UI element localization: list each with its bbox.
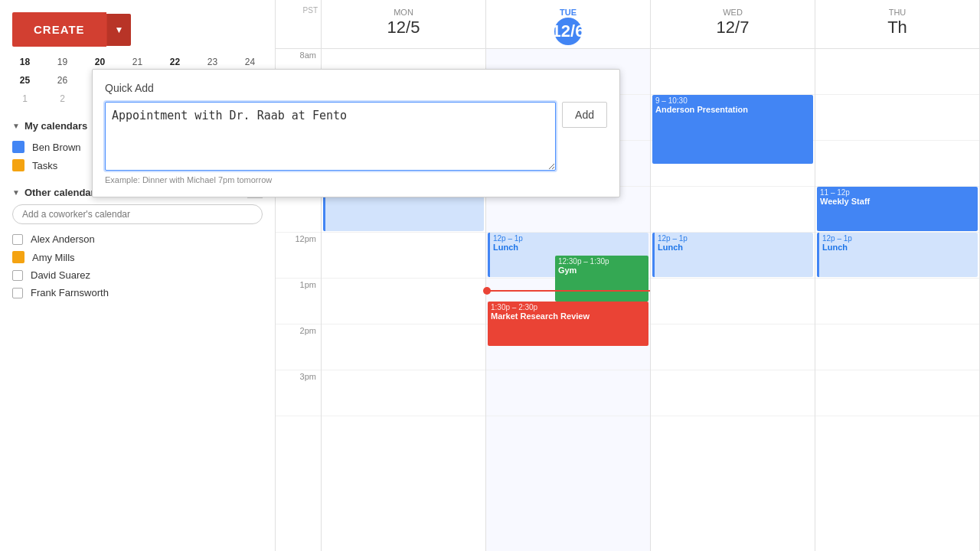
create-area: CREATE ▼ <box>0 0 275 53</box>
frank-farnsworth-label: Frank Farnsworth <box>31 287 109 298</box>
event-time: 12p – 1p <box>493 234 645 243</box>
mini-cal-cell[interactable]: 18 <box>16 53 34 71</box>
hour-14 <box>651 324 815 370</box>
ben-brown-label: Ben Brown <box>32 142 81 153</box>
create-dropdown-button[interactable]: ▼ <box>106 14 132 46</box>
quick-add-textarea[interactable]: Appointment with Dr. Raab at Fento <box>105 102 556 171</box>
quick-add-row: Appointment with Dr. Raab at Fento Add <box>105 102 607 171</box>
other-collapse-icon: ▼ <box>12 188 20 197</box>
hour-10 <box>815 141 979 187</box>
tasks-label: Tasks <box>32 160 57 171</box>
wed-label: WED <box>723 8 743 17</box>
current-time-dot <box>483 287 491 295</box>
header-gutter: PST <box>276 0 322 48</box>
event-time: 12p – 1p <box>658 234 810 243</box>
david-suarez-label: David Suarez <box>31 269 90 281</box>
hour-8 <box>651 49 815 95</box>
mini-cal-cell[interactable]: 1 <box>16 90 34 108</box>
hour-15 <box>815 370 979 416</box>
hour-15 <box>322 370 485 416</box>
hour-11 <box>651 187 815 233</box>
event-weekly-staff[interactable]: 11 – 12p Weekly Staff <box>817 187 978 231</box>
time-3pm: 3pm <box>276 370 321 416</box>
event-title: Gym <box>558 266 645 275</box>
hour-13 <box>815 279 979 324</box>
mini-cal-cell[interactable]: 2 <box>54 90 72 108</box>
hour-8 <box>815 49 979 95</box>
tasks-color <box>12 159 24 171</box>
quick-add-example: Example: Dinner with Michael 7pm tomorro… <box>105 175 607 184</box>
hour-13 <box>651 279 815 324</box>
calendar-item-alex-anderson[interactable]: Alex Anderson <box>12 230 263 248</box>
event-time: 12p – 1p <box>822 234 975 243</box>
quick-add-add-button[interactable]: Add <box>562 102 607 128</box>
other-calendars-title: ▼ Other calendars <box>12 187 100 198</box>
alex-anderson-label: Alex Anderson <box>31 233 95 245</box>
hour-12 <box>322 233 485 279</box>
mini-cal-cell[interactable]: 25 <box>16 71 34 90</box>
my-calendars-title: ▼ My calendars <box>12 120 87 132</box>
time-2pm: 2pm <box>276 324 321 370</box>
time-1pm: 1pm <box>276 279 321 324</box>
event-time: 1:30p – 2:30p <box>491 303 645 311</box>
other-calendars-section: ▼ Other calendars ▼ Alex Anderson Amy Mi… <box>0 181 275 308</box>
day-col-wed[interactable]: 9 – 10:30 Anderson Presentation 12p – 1p… <box>651 49 815 551</box>
mon-label: MON <box>394 8 413 17</box>
calendar-item-amy-mills[interactable]: Amy Mills <box>12 248 263 266</box>
calendar-header: PST MON 12/5 TUE 12/6 WED 12/7 THU Th <box>276 0 980 49</box>
frank-farnsworth-checkbox[interactable] <box>12 288 23 298</box>
event-lunch-thu[interactable]: 12p – 1p Lunch <box>817 233 978 277</box>
hour-9 <box>815 95 979 141</box>
header-day-tue: TUE 12/6 <box>486 0 651 48</box>
header-day-mon: MON 12/5 <box>322 0 486 48</box>
add-coworker-input[interactable] <box>12 204 263 224</box>
event-anderson-presentation[interactable]: 9 – 10:30 Anderson Presentation <box>652 95 813 164</box>
header-day-wed: WED 12/7 <box>651 0 815 48</box>
alex-anderson-checkbox[interactable] <box>12 234 23 245</box>
mini-cal-cell[interactable]: 26 <box>54 71 72 90</box>
event-time: 12:30p – 1:30p <box>558 257 645 266</box>
my-calendars-label: My calendars <box>24 120 87 132</box>
event-lunch-wed[interactable]: 12p – 1p Lunch <box>652 233 813 277</box>
create-button[interactable]: CREATE <box>12 12 106 47</box>
day-col-thu[interactable]: 11 – 12p Weekly Staff 12p – 1p Lunch <box>815 49 980 551</box>
event-time: 9 – 10:30 <box>655 96 810 105</box>
hour-14 <box>815 324 979 370</box>
mini-cal-cell[interactable]: 19 <box>54 53 72 71</box>
thu-label: THU <box>889 8 906 17</box>
event-title: Lunch <box>822 243 975 252</box>
event-title: Market Research Review <box>491 311 645 321</box>
header-day-thu: THU Th <box>815 0 980 48</box>
event-gym[interactable]: 12:30p – 1:30p Gym <box>555 256 648 302</box>
hour-14 <box>322 324 485 370</box>
other-calendars-label: Other calendars <box>24 187 100 198</box>
event-title: Weekly Staff <box>820 197 975 206</box>
collapse-icon: ▼ <box>12 122 20 130</box>
quick-add-title: Quick Add <box>105 82 607 94</box>
hour-15 <box>486 370 650 416</box>
thu-num: Th <box>815 18 979 37</box>
david-suarez-checkbox[interactable] <box>12 270 23 281</box>
mon-num: 12/5 <box>322 18 485 37</box>
wed-num: 12/7 <box>651 18 815 37</box>
amy-mills-label: Amy Mills <box>32 252 75 263</box>
hour-13 <box>322 279 485 324</box>
tue-num: 12/6 <box>554 18 582 45</box>
event-title: Lunch <box>493 243 645 252</box>
calendar-item-frank-farnsworth[interactable]: Frank Farnsworth <box>12 284 263 302</box>
hour-15 <box>651 370 815 416</box>
ben-brown-color <box>12 141 24 153</box>
time-12pm: 12pm <box>276 233 321 279</box>
amy-mills-color <box>12 251 24 263</box>
calendar-item-david-suarez[interactable]: David Suarez <box>12 266 263 284</box>
event-title: Lunch <box>658 243 810 252</box>
quick-add-overlay: Quick Add Appointment with Dr. Raab at F… <box>92 69 620 197</box>
event-time: 11 – 12p <box>820 188 975 197</box>
tue-label: TUE <box>560 8 577 17</box>
event-market-research[interactable]: 1:30p – 2:30p Market Research Review <box>488 302 648 346</box>
event-title: Anderson Presentation <box>655 105 810 114</box>
current-time-indicator <box>486 290 650 292</box>
